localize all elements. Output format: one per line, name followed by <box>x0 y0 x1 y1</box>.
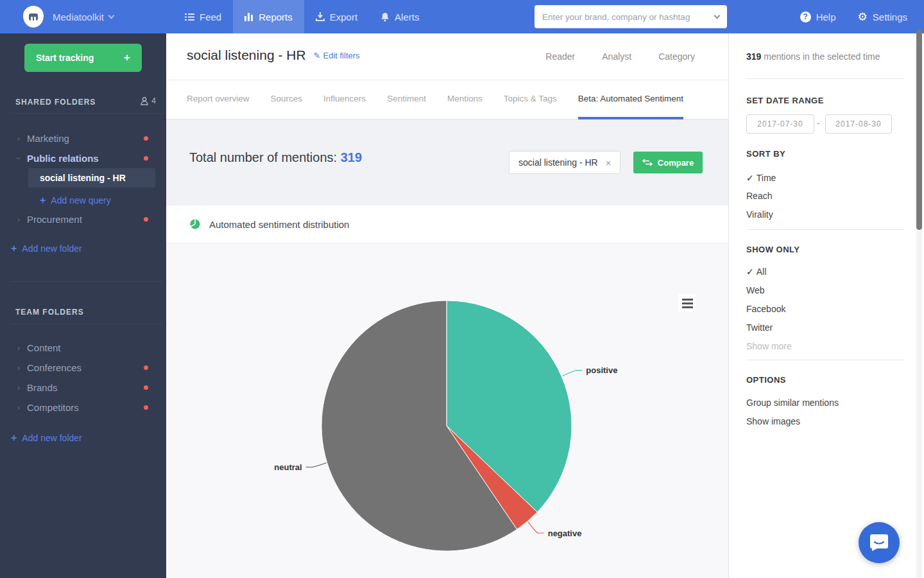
brand-search <box>535 5 727 28</box>
tab-report-overview[interactable]: Report overview <box>187 80 250 119</box>
main-content: social listening - HR ✎ Edit filters Rea… <box>166 33 728 578</box>
tab-sentiment[interactable]: Sentiment <box>387 80 426 119</box>
brand-menu[interactable]: Mediatoolkit <box>53 0 114 33</box>
nav-settings-label: Settings <box>873 12 907 22</box>
compare-button[interactable]: Compare <box>633 152 703 173</box>
show-option-all[interactable]: ✓ All <box>746 267 766 277</box>
divider <box>10 113 162 114</box>
sentiment-pie-chart[interactable]: positivenegativeneutral <box>166 243 728 578</box>
pie-label-connector-positive <box>562 371 582 376</box>
sidebar-folder-content[interactable]: › Content <box>0 338 166 356</box>
help-icon: ? <box>800 12 811 22</box>
total-mentions: Total number of mentions: 319 <box>189 150 362 165</box>
intercom-chat-button[interactable] <box>859 522 900 563</box>
report-tabs: Report overview Sources Influencers Sent… <box>166 80 728 119</box>
date-to-input[interactable] <box>825 114 892 134</box>
option-group-similar-mentions[interactable]: Group similar mentions <box>746 398 839 408</box>
nav-reports[interactable]: Reports <box>233 0 304 33</box>
view-category[interactable]: Category <box>658 51 695 62</box>
sidebar-folder-brands[interactable]: › Brands <box>0 378 166 396</box>
nav-help-label: Help <box>816 12 836 22</box>
sort-by-label: SORT BY <box>746 149 785 159</box>
team-folders-label: TEAM FOLDERS <box>15 308 84 317</box>
show-option-facebook[interactable]: Facebook <box>746 304 785 314</box>
scrollbar-thumb[interactable] <box>916 30 922 230</box>
compare-arrows-icon <box>642 159 653 166</box>
brand-name: Mediatoolkit <box>53 12 104 22</box>
sidebar-folder-procurement[interactable]: › Procurement <box>0 210 166 228</box>
unread-dot <box>144 217 148 222</box>
chat-bubble-icon <box>869 534 889 552</box>
date-from-input[interactable] <box>746 114 814 134</box>
sort-option-virality[interactable]: Virality <box>746 209 773 220</box>
tab-topics-tags[interactable]: Topics & Tags <box>504 80 557 119</box>
unread-dot <box>144 405 148 410</box>
total-mentions-value: 319 <box>341 150 362 164</box>
summary-band: Total number of mentions: 319 social lis… <box>166 119 728 206</box>
unread-dot <box>144 156 148 161</box>
start-tracking-button[interactable]: Start tracking + <box>24 44 142 72</box>
sort-option-reach[interactable]: Reach <box>746 191 772 201</box>
sidebar-folder-public-relations[interactable]: › Public relations <box>0 149 166 167</box>
show-more-link[interactable]: Show more <box>746 341 792 351</box>
tab-sources[interactable]: Sources <box>271 80 303 119</box>
sidebar-folder-competitors[interactable]: › Competitors <box>0 398 166 416</box>
plus-icon: + <box>124 51 130 64</box>
mediatoolkit-logo-icon[interactable] <box>23 6 44 28</box>
chevron-right-icon: › <box>10 403 27 412</box>
add-new-folder-link[interactable]: + Add new folder <box>11 243 82 254</box>
top-navbar: Mediatoolkit Feed Reports Export <box>0 0 924 33</box>
nav-export[interactable]: Export <box>304 0 369 33</box>
show-option-twitter[interactable]: Twitter <box>746 322 773 333</box>
plus-icon: + <box>11 243 17 254</box>
unread-dot <box>144 136 148 141</box>
unread-dot <box>144 385 148 390</box>
chevron-right-icon: › <box>10 343 27 353</box>
chevron-down-icon[interactable] <box>714 12 721 19</box>
page-title: social listening - HR <box>187 48 306 63</box>
shared-folders-count: 4 <box>141 96 156 105</box>
date-separator: - <box>817 118 820 128</box>
edit-filters-link[interactable]: ✎ Edit filters <box>314 51 360 60</box>
show-option-web[interactable]: Web <box>746 285 765 295</box>
sort-option-time[interactable]: ✓ Time <box>746 173 776 183</box>
view-analyst[interactable]: Analyst <box>602 51 631 62</box>
mentions-summary: 319 mentions in the selected time <box>746 51 880 62</box>
tab-influencers[interactable]: Influencers <box>323 80 366 119</box>
pie-label-negative: negative <box>548 529 582 538</box>
sidebar-folder-conferences[interactable]: › Conferences <box>0 358 166 376</box>
chevron-down-icon: › <box>10 153 27 163</box>
check-icon: ✓ <box>746 267 754 277</box>
chevron-right-icon: › <box>10 134 27 143</box>
nav-settings[interactable]: ⚙ Settings <box>858 0 907 33</box>
view-reader[interactable]: Reader <box>545 51 575 62</box>
option-show-images[interactable]: Show images <box>746 416 800 426</box>
plus-icon: + <box>11 432 17 444</box>
shared-folders-label: SHARED FOLDERS <box>15 98 96 107</box>
search-input[interactable] <box>542 12 715 22</box>
pie-chart-icon <box>190 219 200 229</box>
person-icon <box>141 97 148 105</box>
left-sidebar: Start tracking + SHARED FOLDERS 4 › Mark… <box>0 33 166 578</box>
nav-help[interactable]: ? Help <box>800 0 836 33</box>
chart-menu-button[interactable] <box>678 294 696 312</box>
chevron-down-icon <box>108 12 115 19</box>
pie-label-connector-neutral <box>306 463 327 468</box>
sidebar-query-selected[interactable]: social listening - HR <box>28 168 155 188</box>
nav-alerts[interactable]: Alerts <box>369 0 431 33</box>
add-new-folder-team-link[interactable]: + Add new folder <box>11 432 82 444</box>
pencil-icon: ✎ <box>314 51 321 60</box>
tab-mentions[interactable]: Mentions <box>447 80 483 119</box>
pie-chart-area: positivenegativeneutral <box>166 243 728 578</box>
divider <box>746 360 905 360</box>
report-header: social listening - HR ✎ Edit filters Rea… <box>166 33 728 80</box>
tab-beta-automated-sentiment[interactable]: Beta: Automated Sentiment <box>578 80 683 119</box>
feed-icon <box>185 13 194 21</box>
nav-feed[interactable]: Feed <box>173 0 233 33</box>
options-label: OPTIONS <box>746 375 786 385</box>
nav-feed-label: Feed <box>200 12 221 22</box>
add-new-query-link[interactable]: + Add new query <box>40 195 111 206</box>
sidebar-folder-marketing[interactable]: › Marketing <box>0 129 166 147</box>
chart-section-title: Automated sentiment distribution <box>209 219 349 230</box>
close-icon[interactable]: × <box>606 157 612 168</box>
